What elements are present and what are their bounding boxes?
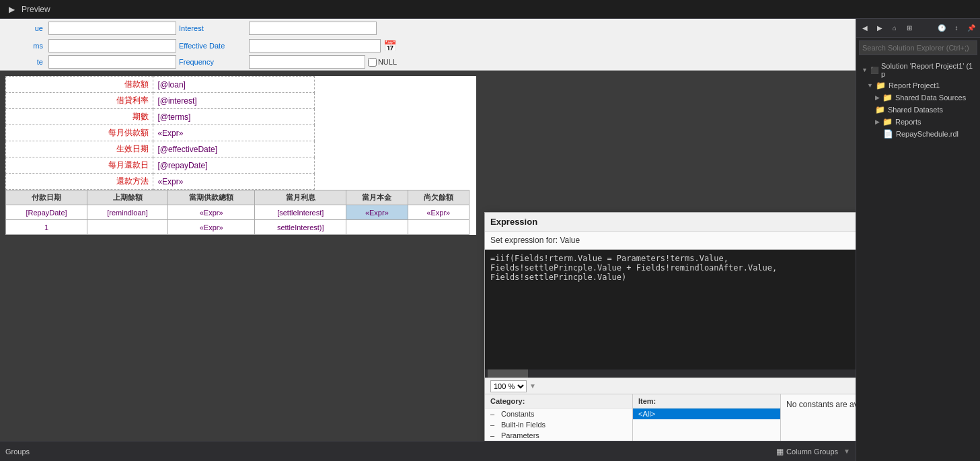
tree-item[interactable]: 📁 Shared Datasets	[856, 104, 980, 116]
scroll-down-arrow[interactable]: ▼	[843, 448, 850, 455]
table-icon: ▦	[776, 447, 784, 456]
detail-header: 上期餘額	[87, 190, 168, 205]
detail-cell	[87, 220, 168, 235]
item-header: Item:	[633, 394, 780, 409]
expression-hscroll[interactable]	[485, 369, 856, 378]
layout-button[interactable]: ⊞	[903, 22, 915, 34]
detail-header: 付款日期	[6, 190, 87, 205]
category-item[interactable]: – Constants	[485, 409, 632, 419]
expand-arrow[interactable]: ▶	[875, 118, 880, 125]
main-layout: ue Interest ms Effective Date 📅 te Frequ…	[0, 19, 980, 461]
calendar-icon[interactable]: 📅	[383, 40, 397, 52]
detail-cell: «Expr»	[167, 205, 254, 220]
report-icon: 📄	[883, 129, 893, 139]
back-button[interactable]: ◀	[859, 22, 871, 34]
summary-row: 每月供款額 «Expr»	[6, 125, 315, 141]
dialog-title: Expression	[490, 217, 537, 227]
summary-label: 借款額	[6, 77, 153, 93]
detail-cell: 1	[6, 220, 87, 235]
top-bar-title: Preview	[22, 5, 50, 14]
summary-value: [@repayDate]	[153, 157, 315, 174]
dialog-bottom-panels: Category: – Constants– Built-in Fields– …	[485, 394, 856, 441]
item-panel: Item: <All>	[633, 394, 781, 441]
expression-content: =iif(Fields!rterm.Value = Parameters!ter…	[485, 250, 856, 286]
detail-header: 當月本金	[346, 190, 408, 205]
arrow-button[interactable]: ↕	[950, 22, 963, 34]
pin-button[interactable]: 📌	[965, 22, 977, 34]
tree-label: RepaySchedule.rdl	[896, 130, 958, 138]
param-label-interest: Interest	[179, 24, 246, 32]
clock-button[interactable]: 🕐	[936, 22, 948, 34]
category-header: Category:	[485, 394, 632, 409]
tree-label: Shared Datasets	[888, 106, 943, 114]
sidebar-search	[856, 38, 980, 58]
tree-item[interactable]: ▼ 📁 Report Project1	[856, 79, 980, 92]
right-sidebar: ◀ ▶ ⌂ ⊞ 🕐 ↕ 📌 ▼ ⬛ Solution 'Report Proje…	[856, 19, 980, 461]
tree-label: Shared Data Sources	[895, 94, 966, 102]
detail-cell	[408, 220, 469, 235]
summary-value: [@interest]	[153, 93, 315, 109]
param-label-ms: ms	[5, 42, 46, 50]
groups-label: Groups	[5, 448, 30, 456]
summary-row: 每月還款日 [@repayDate]	[6, 157, 315, 174]
expression-hscroll-thumb[interactable]	[488, 369, 528, 378]
detail-cell: «Expr»	[346, 205, 408, 220]
sidebar-tree: ▼ ⬛ Solution 'Report Project1' (1 p▼ 📁 R…	[856, 58, 980, 461]
tree-label: Solution 'Report Project1' (1 p	[881, 62, 975, 78]
category-item[interactable]: – Parameters	[485, 430, 632, 441]
param-label-ue: ue	[5, 24, 46, 32]
description-text: No constants are available for this prop…	[786, 400, 856, 409]
zoom-select[interactable]: 100 % 75 % 125 %	[490, 380, 527, 392]
description-panel: No constants are available for this prop…	[781, 394, 856, 441]
expand-arrow[interactable]: ▼	[862, 67, 868, 73]
item-list: <All>	[633, 409, 780, 419]
param-input-frequency[interactable]	[249, 55, 365, 69]
summary-value: «Expr»	[153, 125, 315, 141]
summary-row: 還款方法 «Expr»	[6, 174, 315, 190]
null-label: NULL	[378, 58, 397, 66]
zoom-arrow: ▼	[529, 382, 536, 390]
detail-header: 尚欠餘額	[408, 190, 469, 205]
folder-icon: 📁	[875, 105, 885, 114]
detail-cell: [remindloan]	[87, 205, 168, 220]
summary-label: 還款方法	[6, 174, 153, 190]
expression-editor[interactable]: =iif(Fields!rterm.Value = Parameters!ter…	[485, 250, 856, 378]
search-input[interactable]	[859, 40, 977, 55]
param-input-ue[interactable]	[48, 22, 176, 35]
expand-arrow[interactable]: ▶	[875, 94, 880, 101]
tree-item[interactable]: ▼ ⬛ Solution 'Report Project1' (1 p	[856, 61, 980, 79]
tree-label: Report Project1	[889, 81, 940, 90]
column-groups-button[interactable]: ▦ Column Groups	[776, 447, 838, 456]
preview-icon: ▶	[5, 3, 17, 15]
tree-item[interactable]: ▶ 📁 Reports	[856, 116, 980, 128]
folder-icon: 📁	[882, 117, 893, 127]
collapse-arrow[interactable]: ▼	[867, 82, 873, 89]
sidebar-toolbar: ◀ ▶ ⌂ ⊞ 🕐 ↕ 📌	[856, 19, 980, 38]
bottom-bar: Groups ▦ Column Groups ▼	[0, 441, 856, 461]
detail-cell: «Expr»	[408, 205, 469, 220]
summary-label: 借貸利率	[6, 93, 153, 109]
folder-icon: 📁	[876, 81, 886, 90]
param-input-interest[interactable]	[249, 22, 377, 35]
expression-dialog: Expression ✕ Set expression for: Value =…	[484, 212, 856, 441]
summary-value: [@terms]	[153, 109, 315, 125]
summary-row: 借款額 [@loan]	[6, 77, 315, 93]
category-item[interactable]: – Built-in Fields	[485, 419, 632, 430]
tree-item[interactable]: ▶ 📁 Shared Data Sources	[856, 92, 980, 104]
tree-item[interactable]: 📄 RepaySchedule.rdl	[856, 128, 980, 140]
summary-label: 期數	[6, 109, 153, 125]
item-entry[interactable]: <All>	[633, 409, 780, 419]
null-checkbox[interactable]	[368, 58, 377, 67]
param-input-date[interactable]	[249, 39, 381, 52]
solution-icon: ⬛	[870, 67, 878, 74]
summary-label: 生效日期	[6, 141, 153, 157]
summary-value: [@loan]	[153, 77, 315, 93]
category-panel: Category: – Constants– Built-in Fields– …	[485, 394, 633, 441]
home-button[interactable]: ⌂	[889, 22, 901, 34]
detail-cell: [RepayDate]	[6, 205, 87, 220]
param-label-te: te	[5, 58, 46, 66]
param-input-te[interactable]	[48, 55, 176, 69]
param-input-ms[interactable]	[48, 39, 176, 52]
summary-row: 生效日期 [@effectiveDate]	[6, 141, 315, 157]
forward-button[interactable]: ▶	[874, 22, 886, 34]
